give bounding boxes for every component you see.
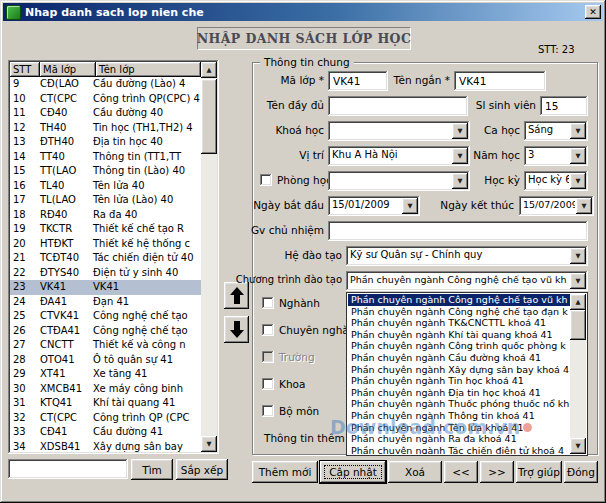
chevron-down-icon[interactable]: ▼: [452, 148, 468, 164]
chevron-down-icon[interactable]: ▼: [570, 123, 586, 139]
checkbox-box[interactable]: [262, 378, 274, 390]
table-row[interactable]: 17TL(LAOTên lửa (Lào) 40: [10, 193, 201, 208]
sl-sinh-vien-field[interactable]: [540, 96, 588, 116]
update-button[interactable]: Cập nhật: [320, 461, 386, 483]
table-cell: 22: [10, 266, 37, 281]
group-title: Thông tin chung: [260, 56, 354, 68]
dropdown-option[interactable]: Phần chuyên ngành Địa tin học khoá 41: [348, 387, 570, 399]
phong-hoc-checkbox[interactable]: Phòng học: [260, 173, 332, 186]
label-ngay-ket-thuc: Ngày kết thúc: [440, 199, 514, 211]
chuong-trinh-dao-tao-combo[interactable]: Phần chuyên ngành Công nghệ chế tạo vũ k…: [346, 271, 588, 291]
table-row[interactable]: 12TH40Tin học (TH1,TH2) 4: [10, 121, 201, 136]
dropdown-option[interactable]: Phần chuyên ngành Thông tin khoá 41: [348, 410, 570, 422]
table-row[interactable]: 18RĐ40Ra đa 40: [10, 208, 201, 223]
checkbox-box[interactable]: [262, 405, 274, 417]
vi-tri-combo[interactable]: Khu A Hà Nội ▼: [328, 146, 470, 166]
table-row[interactable]: 32CT(CPCCông trình QP (CPC: [10, 411, 201, 426]
checkbox-box[interactable]: [262, 324, 274, 336]
dropdown-scrollbar[interactable]: ▲ ▼: [570, 294, 586, 454]
dropdown-option[interactable]: Phần chuyên ngành Cầu đường khoá 41: [348, 352, 570, 364]
dropdown-option[interactable]: Phần chuyên ngành Công nghệ chế tạo vũ k…: [348, 294, 570, 306]
scroll-up-icon[interactable]: ▲: [201, 62, 217, 78]
dropdown-option[interactable]: Phần chuyên ngành Thuốc phóng thuốc nổ k…: [348, 398, 570, 410]
nam-hoc-combo[interactable]: 3 ▼: [524, 146, 588, 166]
table-row[interactable]: 9CĐ(LAOCầu đường (Lào) 4: [10, 77, 201, 92]
table-row[interactable]: 34XDSB41Xây dựng sân bay: [10, 440, 201, 453]
next-button[interactable]: >>: [480, 461, 514, 483]
table-scrollbar[interactable]: ▲ ▼: [201, 62, 217, 452]
column-header-malop[interactable]: Mã lớp: [40, 62, 96, 77]
gv-chu-nhiem-field[interactable]: [328, 221, 588, 241]
table-row[interactable]: 19TKCTRThiết kế chế tạo R: [10, 222, 201, 237]
checkbox-label: Nghành: [279, 297, 320, 309]
dropdown-option[interactable]: Phần chuyên ngành Tin học khoá 41: [348, 375, 570, 387]
ten-ngan-field[interactable]: [454, 71, 546, 91]
chevron-down-icon[interactable]: ▼: [452, 123, 468, 139]
table-row[interactable]: 33CĐ41Cầu đường 41: [10, 425, 201, 440]
column-header-stt[interactable]: STT: [10, 62, 40, 77]
table-row[interactable]: 15TT(LAOThông tin (Lào) 40: [10, 164, 201, 179]
table-row[interactable]: 29XT41Xe tăng 41: [10, 367, 201, 382]
sort-button[interactable]: Sắp xếp: [176, 459, 228, 480]
ten-day-du-field[interactable]: [328, 96, 468, 116]
move-up-button[interactable]: [224, 282, 249, 309]
table-row[interactable]: 16TL40Tên lửa 40: [10, 179, 201, 194]
khoa-hoc-combo[interactable]: ▼: [328, 121, 470, 141]
checkbox-box[interactable]: [260, 174, 272, 186]
chevron-down-icon[interactable]: ▼: [402, 198, 418, 214]
hoc-ky-combo[interactable]: Học kỳ 6 ▼: [524, 171, 588, 191]
table-row[interactable]: 30XMCB41Xe máy công binh: [10, 382, 201, 397]
help-button[interactable]: Trợ giúp: [516, 461, 562, 483]
dropdown-option[interactable]: Phần chuyên ngành Xây dựng sân bay khoá …: [348, 364, 570, 376]
he-dao-tao-combo[interactable]: Kỹ sư Quân sự - Chính quy ▼: [346, 246, 588, 266]
chevron-down-icon[interactable]: ▼: [570, 248, 586, 264]
table-row[interactable]: 14TT40Thông tin (TT1,TT: [10, 150, 201, 165]
table-row[interactable]: 22ĐTYS40Điện tử y sinh 40: [10, 266, 201, 281]
dropdown-option[interactable]: Phần chuyên ngành Công trình quốc phòng …: [348, 340, 570, 352]
ngay-bat-dau-picker[interactable]: 15/01/2009 ▼: [328, 196, 420, 216]
table-row[interactable]: 20HTĐKTThiết kế hệ thống c: [10, 237, 201, 252]
chevron-down-icon[interactable]: ▼: [576, 198, 592, 214]
ma-lop-field[interactable]: [328, 71, 388, 91]
table-row[interactable]: 24ĐA41Đạn 41: [10, 295, 201, 310]
dropdown-option[interactable]: Phần chuyên ngành Ra đa khoá 41: [348, 433, 570, 445]
dropdown-option[interactable]: Phần chuyên ngành Khí tài quang khoá 41: [348, 329, 570, 341]
ca-hoc-combo[interactable]: Sáng ▼: [524, 121, 588, 141]
dropdown-option[interactable]: Phần chuyên ngành TK&CNCTTL khoá 41: [348, 317, 570, 329]
table-row[interactable]: 13ĐTH40Địa tin học 40: [10, 135, 201, 150]
chevron-down-icon[interactable]: ▼: [570, 148, 586, 164]
add-new-button[interactable]: Thêm mới: [252, 461, 318, 483]
phong-hoc-combo[interactable]: ▼: [328, 171, 470, 191]
table-cell: Tên lửa 40: [90, 179, 201, 194]
chevron-down-icon[interactable]: ▼: [570, 173, 586, 189]
search-input[interactable]: [8, 459, 128, 479]
close-icon[interactable]: ✕: [585, 5, 601, 19]
table-row[interactable]: 11CĐ40Cầu đường 40: [10, 106, 201, 121]
table-row[interactable]: 23VK41VK41: [10, 280, 201, 295]
table-row[interactable]: 31KTQ41Khí tài quang 41: [10, 396, 201, 411]
chevron-down-icon[interactable]: ▼: [570, 273, 586, 289]
move-down-button[interactable]: [224, 316, 249, 343]
dropdown-option[interactable]: Phần chuyên ngành Công nghệ chế tạo đạn …: [348, 306, 570, 318]
previous-button[interactable]: <<: [444, 461, 478, 483]
table-row[interactable]: 28OTO41Ô tô quân sự 41: [10, 353, 201, 368]
table-row[interactable]: 25CTVK41Công nghệ chế tạo: [10, 309, 201, 324]
close-button[interactable]: Đóng: [564, 461, 598, 483]
table-row[interactable]: 10CT(CPCCông trình QP(CPC) 4: [10, 92, 201, 107]
table-row[interactable]: 27CNCTTThiết kế và công n: [10, 338, 201, 353]
checkbox-box[interactable]: [262, 297, 274, 309]
scroll-up-icon[interactable]: ▲: [570, 294, 586, 310]
column-header-tenlop[interactable]: Tên lớp: [96, 62, 201, 77]
find-button[interactable]: Tìm: [131, 459, 173, 480]
table-scrollbar-thumb[interactable]: [201, 79, 217, 154]
scroll-down-icon[interactable]: ▼: [201, 436, 217, 452]
table-row[interactable]: 21TCĐT40Tác chiến điện tử 40: [10, 251, 201, 266]
dropdown-option[interactable]: Phần chuyên ngành Tác chiến điện tử khoá…: [348, 445, 570, 454]
table-row[interactable]: 26CTĐA41Công nghệ chế tạo: [10, 324, 201, 339]
chevron-down-icon[interactable]: ▼: [452, 173, 468, 189]
ngay-ket-thuc-picker[interactable]: 15/07/2009 ▼: [519, 196, 594, 216]
dropdown-scrollbar-thumb[interactable]: [570, 310, 586, 340]
scroll-down-icon[interactable]: ▼: [570, 438, 586, 454]
delete-button[interactable]: Xoá: [388, 461, 442, 483]
dropdown-option[interactable]: Phần chuyên ngành Tên lửa khoá 41: [348, 422, 570, 434]
